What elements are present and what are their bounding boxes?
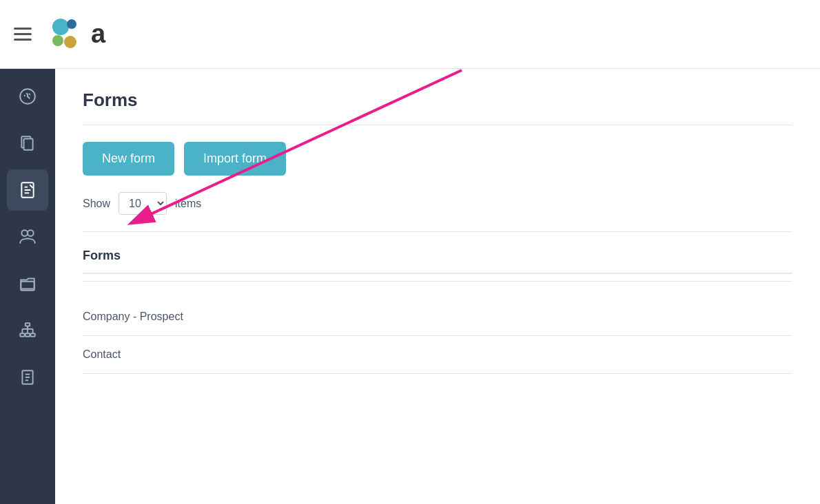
items-label: items [175,198,201,210]
table-header-divider [83,281,792,282]
sidebar-item-documents[interactable] [7,123,48,164]
logo: a [48,14,105,54]
svg-point-0 [52,19,69,35]
table-heading: Forms [83,249,792,274]
logo-letter: a [91,19,105,49]
svg-point-9 [28,230,34,236]
sidebar [0,69,55,504]
svg-point-8 [21,230,28,236]
sidebar-item-org[interactable] [7,310,48,351]
title-divider [83,125,792,125]
hamburger-button[interactable] [14,28,32,41]
svg-point-1 [67,19,76,29]
table-row[interactable]: Contact [83,336,792,374]
top-header: a [0,0,820,69]
forms-table: Forms Company - Prospect Contact [83,249,792,374]
show-row: Show 10 25 50 100 items [83,192,792,215]
sidebar-item-folders[interactable] [7,263,48,304]
sidebar-item-forms[interactable] [7,169,48,211]
show-count-select[interactable]: 10 25 50 100 [119,192,167,215]
svg-point-3 [64,36,76,48]
new-form-button[interactable]: New form [83,142,174,176]
table-top-divider [83,231,792,232]
page-title: Forms [83,90,792,111]
table-row[interactable]: Company - Prospect [83,298,792,336]
actions-row: New form Import form [83,142,792,176]
logo-icon [48,14,88,54]
svg-rect-6 [24,139,33,150]
svg-rect-13 [25,333,30,336]
svg-point-2 [52,35,63,46]
sidebar-item-reports[interactable] [7,357,48,398]
svg-rect-14 [30,333,35,336]
sidebar-item-dashboard[interactable] [7,76,48,117]
show-label: Show [83,198,110,210]
svg-rect-12 [20,333,25,336]
main-layout: Forms New form Import form Show 10 25 50… [0,69,820,504]
sidebar-item-users[interactable] [7,216,48,258]
content-area: Forms New form Import form Show 10 25 50… [55,69,820,504]
import-form-button[interactable]: Import form [184,142,286,176]
svg-rect-11 [25,323,30,326]
